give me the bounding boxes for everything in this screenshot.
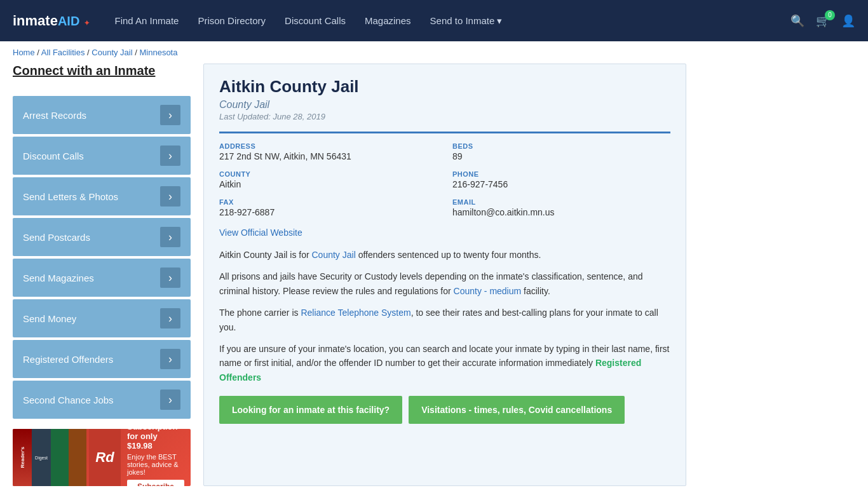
desc2-start: All prisons and jails have Security or C… xyxy=(219,271,643,295)
chevron-icon-registered-offenders: › xyxy=(160,349,180,369)
county-block: COUNTY Aitkin xyxy=(219,170,437,189)
chevron-icon-discount-calls: › xyxy=(160,146,180,166)
address-label: ADDRESS xyxy=(219,142,437,150)
sidebar-item-discount-calls[interactable]: Discount Calls › xyxy=(13,137,191,175)
nav-discount-calls[interactable]: Discount Calls xyxy=(285,15,346,26)
ad-description: Enjoy the BEST stories, advice & jokes! xyxy=(127,453,184,476)
fax-label: FAX xyxy=(219,198,437,206)
phone-label: PHONE xyxy=(452,170,670,178)
email-value: hamilton@co.aitkin.mn.us xyxy=(452,207,670,217)
email-label: EMAIL xyxy=(452,198,670,206)
desc1-start: Aitkin County Jail is for xyxy=(219,250,312,260)
description-p3: The phone carrier is Reliance Telephone … xyxy=(219,306,670,334)
beds-label: BEDS xyxy=(452,142,670,150)
info-grid: ADDRESS 217 2nd St NW, Aitkin, MN 56431 … xyxy=(219,132,670,217)
nav-magazines[interactable]: Magazines xyxy=(365,15,411,26)
desc2-end: facility. xyxy=(521,286,550,296)
description-p2: All prisons and jails have Security or C… xyxy=(219,269,670,298)
facility-updated: Last Updated: June 28, 2019 xyxy=(219,112,670,121)
sidebar-item-label-discount-calls: Discount Calls xyxy=(23,151,84,161)
nav-find-an-inmate[interactable]: Find An Inmate xyxy=(115,15,179,26)
sidebar-item-label-second-chance-jobs: Second Chance Jobs xyxy=(23,395,114,405)
chevron-icon-send-magazines: › xyxy=(160,268,180,288)
phone-value: 216-927-7456 xyxy=(452,179,670,189)
nav-prison-directory[interactable]: Prison Directory xyxy=(198,15,266,26)
chevron-icon-second-chance-jobs: › xyxy=(160,390,180,410)
ad-subscribe-button[interactable]: Subscribe Now xyxy=(127,480,184,486)
sidebar: Connect with an Inmate Arrest Records › … xyxy=(13,64,191,486)
fax-block: FAX 218-927-6887 xyxy=(219,198,437,217)
sidebar-item-send-magazines[interactable]: Send Magazines › xyxy=(13,259,191,297)
address-block: ADDRESS 217 2nd St NW, Aitkin, MN 56431 xyxy=(219,142,437,161)
sidebar-item-send-money[interactable]: Send Money › xyxy=(13,299,191,337)
find-inmate-button[interactable]: Looking for an inmate at this facility? xyxy=(219,396,402,424)
cart-badge: 0 xyxy=(825,10,835,20)
cart-button[interactable]: 🛒 0 xyxy=(816,14,830,28)
nav-send-to-inmate[interactable]: Send to Inmate ▾ xyxy=(430,15,503,27)
content-area: Aitkin County Jail County Jail Last Upda… xyxy=(203,64,686,486)
breadcrumb-state[interactable]: Minnesota xyxy=(139,48,177,57)
official-website-row: View Official Website xyxy=(219,227,670,238)
sidebar-item-arrest-records[interactable]: Arrest Records › xyxy=(13,96,191,134)
sidebar-item-label-send-postcards: Send Postcards xyxy=(23,232,90,243)
county-value: Aitkin xyxy=(219,179,437,189)
sidebar-item-send-postcards[interactable]: Send Postcards › xyxy=(13,218,191,256)
sidebar-item-second-chance-jobs[interactable]: Second Chance Jobs › xyxy=(13,381,191,419)
facility-type: County Jail xyxy=(219,99,670,111)
fax-value: 218-927-6887 xyxy=(219,207,437,217)
ad-rd-logo: Rd xyxy=(95,449,114,466)
navbar: inmateAID ✦ Find An Inmate Prison Direct… xyxy=(0,0,868,41)
main-container: Connect with an Inmate Arrest Records › … xyxy=(0,64,699,488)
desc3-reliance-link[interactable]: Reliance Telephone System xyxy=(301,308,410,318)
visitation-button[interactable]: Visitations - times, rules, Covid cancel… xyxy=(409,396,625,424)
sidebar-item-label-send-magazines: Send Magazines xyxy=(23,273,94,283)
breadcrumb-all-facilities[interactable]: All Facilities xyxy=(41,48,85,57)
sidebar-item-send-letters[interactable]: Send Letters & Photos › xyxy=(13,177,191,215)
beds-block: BEDS 89 xyxy=(452,142,670,161)
facility-name: Aitkin County Jail xyxy=(219,77,670,97)
breadcrumb-county-jail[interactable]: County Jail xyxy=(92,48,132,57)
logo[interactable]: inmateAID ✦ xyxy=(13,13,90,29)
desc1-end: offenders sentenced up to twenty four mo… xyxy=(356,250,541,260)
ad-content: 1 Year Subscription for only $19.98 Enjo… xyxy=(121,429,191,486)
nav-icons: 🔍 🛒 0 👤 xyxy=(790,14,855,28)
chevron-icon-send-postcards: › xyxy=(160,227,180,247)
sidebar-item-label-arrest-records: Arrest Records xyxy=(23,110,86,121)
logo-text: inmateAID ✦ xyxy=(13,13,90,29)
official-website-link[interactable]: View Official Website xyxy=(219,227,302,238)
sidebar-menu: Arrest Records › Discount Calls › Send L… xyxy=(13,96,191,419)
breadcrumb: Home / All Facilities / County Jail / Mi… xyxy=(0,41,868,64)
nav-links: Find An Inmate Prison Directory Discount… xyxy=(115,15,791,27)
ad-title: 1 Year Subscription for only $19.98 xyxy=(127,429,184,451)
sidebar-item-label-registered-offenders: Registered Offenders xyxy=(23,354,113,365)
chevron-icon-send-money: › xyxy=(160,308,180,329)
sidebar-item-registered-offenders[interactable]: Registered Offenders › xyxy=(13,340,191,378)
county-label: COUNTY xyxy=(219,170,437,178)
description-p1: Aitkin County Jail is for County Jail of… xyxy=(219,248,670,262)
desc3-start: The phone carrier is xyxy=(219,308,301,318)
search-button[interactable]: 🔍 xyxy=(790,14,804,28)
sidebar-item-label-send-money: Send Money xyxy=(23,313,76,324)
description: Aitkin County Jail is for County Jail of… xyxy=(219,248,670,384)
sidebar-item-label-send-letters: Send Letters & Photos xyxy=(23,191,118,202)
address-value: 217 2nd St NW, Aitkin, MN 56431 xyxy=(219,151,437,161)
chevron-icon-send-letters: › xyxy=(160,186,180,207)
description-p4: If you are unsure of your inmate's locat… xyxy=(219,342,670,384)
breadcrumb-home[interactable]: Home xyxy=(13,48,35,57)
desc2-county-medium-link[interactable]: County - medium xyxy=(454,286,522,296)
action-buttons: Looking for an inmate at this facility? … xyxy=(219,396,670,424)
phone-block: PHONE 216-927-7456 xyxy=(452,170,670,189)
sidebar-ad[interactable]: Reader's Digest Rd 1 Year Subscription f… xyxy=(13,429,191,486)
sidebar-title: Connect with an Inmate xyxy=(13,64,155,78)
chevron-icon-arrest-records: › xyxy=(160,105,180,125)
beds-value: 89 xyxy=(452,151,670,161)
email-block: EMAIL hamilton@co.aitkin.mn.us xyxy=(452,198,670,217)
user-button[interactable]: 👤 xyxy=(841,14,855,28)
desc1-county-jail-link[interactable]: County Jail xyxy=(312,250,356,260)
